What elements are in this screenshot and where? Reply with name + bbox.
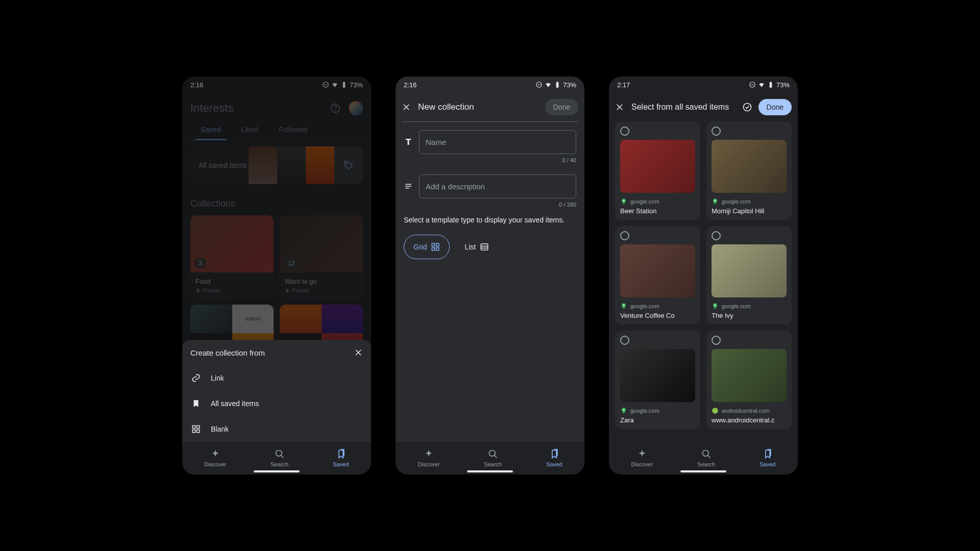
item-checkbox[interactable] — [712, 231, 721, 240]
template-list-button[interactable]: List — [455, 235, 499, 259]
svg-point-44 — [623, 305, 625, 306]
collection-image: 12 — [280, 215, 363, 272]
search-icon — [488, 449, 498, 459]
svg-rect-37 — [770, 82, 772, 88]
source-label: google.com — [722, 303, 751, 309]
phone-screen-2: 2:16 73% New collection Done 0 / 40 0 / … — [396, 77, 584, 474]
sheet-item-all-saved[interactable]: All saved items — [182, 391, 371, 416]
svg-line-49 — [707, 456, 710, 458]
item-card-venture[interactable]: google.com Venture Coffee Co — [615, 226, 700, 324]
tab-followed[interactable]: Followed — [268, 119, 317, 140]
description-counter: 0 / 280 — [419, 202, 576, 208]
sheet-item-link[interactable]: Link — [182, 365, 371, 391]
svg-point-5 — [335, 110, 336, 111]
page-title: Select from all saved items — [631, 103, 729, 112]
svg-rect-13 — [192, 430, 195, 433]
item-card-ivy[interactable]: google.com The Ivy — [706, 226, 792, 324]
list-icon — [480, 242, 489, 252]
item-image — [620, 140, 695, 193]
svg-rect-14 — [197, 430, 200, 433]
collection-name: Food — [195, 278, 268, 285]
maps-pin-icon — [712, 198, 719, 205]
help-icon[interactable] — [330, 103, 340, 113]
battery-percent: 73% — [563, 81, 576, 89]
phone-screen-3: 2:17 73% Select from all saved items Don… — [609, 77, 798, 474]
svg-rect-20 — [557, 82, 558, 82]
battery-percent: 73% — [776, 81, 790, 89]
sheet-item-label: Link — [211, 374, 224, 382]
item-name: Venture Coffee Co — [620, 312, 695, 319]
name-input[interactable] — [419, 130, 576, 154]
item-image — [620, 244, 695, 297]
item-source: google.com — [620, 198, 695, 205]
select-all-icon[interactable] — [742, 102, 752, 112]
done-button[interactable]: Done — [758, 99, 792, 115]
item-checkbox[interactable] — [712, 127, 721, 136]
tab-liked[interactable]: Liked — [231, 119, 268, 140]
svg-point-6 — [346, 163, 347, 164]
done-button[interactable]: Done — [545, 99, 578, 115]
item-card-androidcentral[interactable]: androidcentral.com www.androidcentral.c — [706, 331, 792, 429]
collection-image: 3 — [190, 215, 274, 272]
tab-saved[interactable]: Saved — [190, 119, 231, 140]
item-card-zara[interactable]: google.com Zara — [615, 331, 700, 429]
sheet-title: Create collection from — [190, 348, 265, 357]
gesture-bar[interactable] — [680, 470, 726, 472]
status-time: 2:17 — [617, 81, 630, 89]
item-image — [712, 244, 787, 297]
nav-label: Discover — [418, 461, 440, 467]
all-saved-card[interactable]: All saved items — [190, 146, 363, 184]
section-collections: Collections — [190, 198, 363, 209]
gesture-bar[interactable] — [254, 470, 300, 472]
item-checkbox[interactable] — [620, 336, 629, 345]
close-icon[interactable] — [354, 348, 363, 357]
svg-point-15 — [276, 450, 282, 457]
svg-rect-29 — [436, 248, 439, 251]
search-icon — [275, 449, 285, 459]
item-name: The Ivy — [712, 312, 787, 319]
nav-label: Search — [271, 461, 288, 467]
link-icon — [191, 373, 201, 383]
thumbnail — [277, 146, 306, 184]
nav-label: Search — [697, 461, 715, 467]
maps-pin-icon — [712, 303, 719, 310]
name-row: 0 / 40 — [396, 122, 584, 166]
all-saved-label: All saved items — [199, 161, 247, 169]
svg-point-47 — [712, 408, 718, 414]
close-icon[interactable] — [402, 103, 411, 112]
collection-card-food[interactable]: 3 Food Private — [190, 215, 274, 298]
svg-point-43 — [715, 200, 716, 202]
nav-discover[interactable]: Discover — [418, 449, 440, 467]
template-grid-button[interactable]: Grid — [404, 235, 450, 259]
nav-saved[interactable]: Saved — [333, 449, 349, 467]
source-label: google.com — [630, 198, 659, 205]
status-icons: 73% — [749, 81, 790, 89]
battery-icon — [767, 81, 774, 88]
item-source: androidcentral.com — [712, 407, 787, 414]
item-checkbox[interactable] — [620, 127, 629, 136]
close-icon[interactable] — [615, 103, 624, 112]
item-card-momiji[interactable]: google.com Momiji Capitol Hill — [706, 121, 792, 220]
collection-count: 3 — [194, 258, 206, 268]
svg-line-16 — [281, 456, 283, 458]
sheet-item-blank[interactable]: Blank — [182, 416, 371, 442]
nav-search[interactable]: Search — [484, 449, 502, 467]
item-checkbox[interactable] — [620, 231, 629, 240]
collection-card-want[interactable]: 12 Want to go Private — [280, 215, 363, 298]
nav-discover[interactable]: Discover — [631, 449, 653, 467]
sparkle-icon — [210, 449, 220, 459]
tabs: Saved Liked Followed — [182, 119, 371, 140]
description-input[interactable] — [419, 174, 576, 198]
nav-saved[interactable]: Saved — [760, 449, 775, 467]
svg-rect-7 — [197, 290, 200, 292]
wifi-icon — [758, 81, 765, 88]
item-checkbox[interactable] — [712, 336, 721, 345]
nav-bar: Discover Search Saved — [182, 442, 371, 474]
gesture-bar[interactable] — [467, 470, 513, 472]
nav-discover[interactable]: Discover — [205, 449, 227, 467]
avatar[interactable] — [349, 101, 363, 115]
nav-saved[interactable]: Saved — [546, 449, 562, 467]
nav-search[interactable]: Search — [697, 449, 715, 467]
nav-search[interactable]: Search — [271, 449, 288, 467]
item-card-beer[interactable]: google.com Beer Station — [615, 121, 700, 220]
